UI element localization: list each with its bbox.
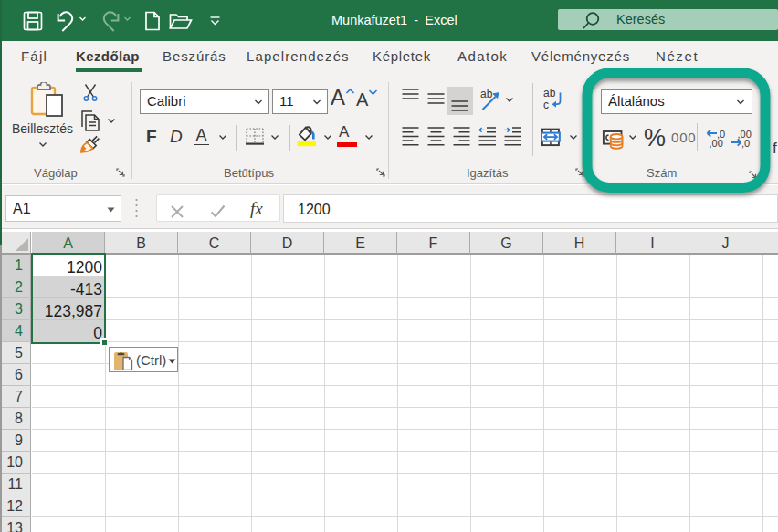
svg-text:ab: ab: [543, 87, 556, 99]
svg-text:c: c: [543, 99, 549, 111]
svg-text:ab: ab: [480, 89, 493, 100]
